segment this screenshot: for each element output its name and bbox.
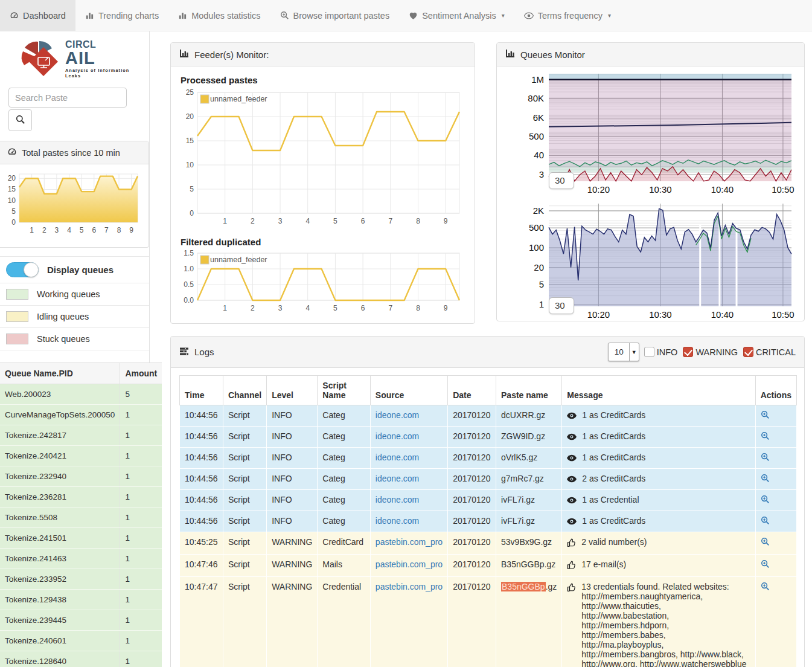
log-row: 10:44:56ScriptINFOCategideone.com2017012… [180,448,797,469]
logs-col-header: Date [448,376,496,405]
svg-text:15: 15 [8,185,16,193]
queue-col-header: Queue Name.PID [0,363,120,384]
svg-text:6K: 6K [533,112,544,123]
log-paste-name: g7mRc7.gz [496,469,562,490]
nav-terms-frequency[interactable]: Terms frequency▾ [514,0,621,31]
log-date: 20170120 [448,532,496,555]
svg-text:4: 4 [305,217,310,225]
source-link[interactable]: ideone.com [376,431,419,441]
gauge-icon [10,11,19,20]
log-message: 1 as CreditCards [562,405,755,427]
source-link[interactable]: pastebin.com_pro [376,537,443,547]
filter-warning[interactable]: WARNING [683,347,738,357]
log-script: Categ [318,448,371,469]
queue-cell: Tokenize.241501 [0,528,120,549]
display-queues-label: Display queues [47,265,113,275]
log-channel: Script [223,427,266,448]
queue-cell: 1 [120,651,162,667]
svg-text:4: 4 [67,226,71,234]
svg-text:5: 5 [11,207,16,216]
queue-row: Tokenize.1294381 [0,590,162,610]
eye-solid-icon [567,411,577,421]
message-text: 13 credentials found. Related websites: … [581,582,750,667]
source-link[interactable]: pastebin.com_pro [376,582,443,591]
show-paste-button[interactable] [761,516,770,525]
nav-browse-important-pastes[interactable]: Browse important pastes [270,0,400,31]
show-paste-button[interactable] [761,453,770,462]
message-text: 2 as CreditCards [582,474,645,483]
source-link[interactable]: ideone.com [376,453,419,462]
svg-text:2: 2 [251,217,255,225]
source-link[interactable]: ideone.com [376,495,419,504]
range-input-1[interactable]: 30 [549,172,574,189]
log-paste-name: 53v9Bx9G.gz [496,532,562,555]
svg-text:10:40: 10:40 [711,184,734,195]
svg-text:10:20: 10:20 [587,184,610,195]
source-link[interactable]: ideone.com [376,410,419,420]
nav-dashboard[interactable]: Dashboard [0,0,75,31]
chart-icon [179,49,189,60]
heart-icon [409,11,418,20]
display-queues-toggle[interactable] [6,262,39,277]
nav-modules-statistics[interactable]: Modules statistics [168,0,270,31]
log-channel: Script [223,490,266,511]
svg-text:1.5: 1.5 [184,249,194,257]
logs-table: TimeChannelLevelScript NameSourceDatePas… [179,375,797,667]
source-link[interactable]: pastebin.com_pro [376,559,443,569]
legend-label: Idling queues [37,312,89,321]
gauge-icon [7,147,17,158]
svg-text:unnamed_feeder: unnamed_feeder [210,95,267,103]
svg-text:3: 3 [278,217,283,225]
log-time: 10:47:46 [180,555,223,577]
range-input-2[interactable]: 30 [549,297,574,314]
svg-text:5: 5 [333,304,337,312]
queue-cell: Tokenize.241463 [0,549,120,569]
legend-swatch [6,334,28,344]
queues-flow-chart: 30 15201005002K10:2010:3010:4010:50 [503,200,798,324]
nav-label: Modules statistics [191,11,260,21]
svg-text:500: 500 [529,131,544,141]
log-script: Categ [318,490,371,511]
queue-cell: Web.200023 [0,384,120,405]
search-icon [16,115,25,126]
app-logo: CIRCL AIL Analysis of Information Leaks [0,31,149,85]
nav-sentiment-analysis[interactable]: Sentiment Analysis▾ [399,0,514,31]
show-paste-button[interactable] [761,495,770,504]
bars-icon [178,11,187,20]
page-size-select[interactable]: 10 ▼ [608,343,639,361]
source-link[interactable]: ideone.com [376,474,419,483]
eye-solid-icon [567,433,577,442]
svg-text:8: 8 [416,217,420,225]
svg-text:1: 1 [223,304,227,312]
filter-critical[interactable]: CRITICAL [743,347,796,357]
thumb-icon [567,538,576,549]
show-paste-button[interactable] [761,431,770,440]
log-row: 10:44:56ScriptINFOCategideone.com2017012… [180,405,797,427]
queue-cell: 1 [120,487,162,507]
search-button[interactable] [8,109,32,131]
show-paste-button[interactable] [761,537,770,546]
log-actions [755,511,796,532]
tasks-icon [179,347,189,358]
log-row: 10:47:47ScriptWARNINGCredentialpastebin.… [180,577,797,667]
highlight-text: B35nGGBp [501,582,546,591]
show-paste-button[interactable] [761,582,770,591]
queue-cell: 1 [120,569,162,590]
svg-text:10:30: 10:30 [649,309,672,320]
source-link[interactable]: ideone.com [376,516,419,526]
log-paste-name: B35nGGBp.gz [496,555,562,577]
log-actions [755,577,796,667]
log-date: 20170120 [448,555,496,577]
show-paste-button[interactable] [761,474,770,483]
nav-trending-charts[interactable]: Trending charts [75,0,168,31]
search-input[interactable] [8,88,127,108]
show-paste-button[interactable] [761,559,770,569]
legend-stuck-queues: Stuck queues [0,328,149,350]
show-paste-button[interactable] [761,410,770,419]
queue-cell: 1 [120,446,162,466]
log-message: 1 as CreditCards [562,427,755,448]
log-time: 10:44:56 [180,448,223,469]
filter-info[interactable]: INFO [644,347,678,357]
log-channel: Script [223,469,266,490]
queue-row: Tokenize.2339521 [0,569,162,590]
